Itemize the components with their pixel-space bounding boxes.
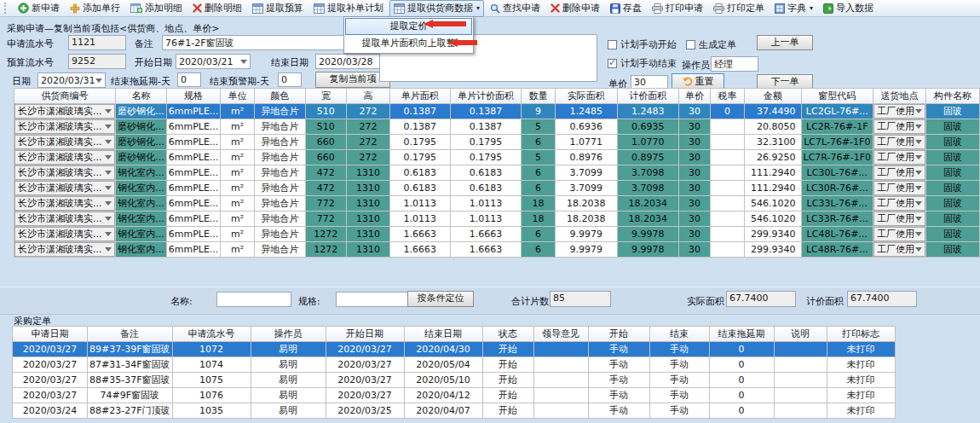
column-header[interactable]: 打印标志 — [827, 327, 895, 342]
warn-input[interactable]: 0 — [278, 72, 302, 87]
supplier-combo[interactable]: 长沙市潇湘玻璃实... — [14, 104, 115, 119]
import-data-button[interactable]: 导入数据 — [819, 0, 878, 17]
column-header[interactable]: 申请流水号 — [172, 327, 251, 342]
column-header[interactable]: 实际面积 — [555, 89, 617, 104]
column-header[interactable]: 单位 — [221, 89, 254, 104]
new-application-button[interactable]: 新申请 — [14, 0, 64, 17]
column-header[interactable]: 单价 — [678, 89, 711, 104]
table-cell: 工厂使用 — [873, 212, 926, 227]
column-header[interactable]: 操作员 — [251, 327, 326, 342]
delivery-location-combo[interactable]: 工厂使用 — [873, 196, 925, 211]
delivery-location-combo[interactable]: 工厂使用 — [873, 212, 925, 226]
detail-row[interactable]: 长沙市潇湘玻璃实...钢化室内...6mmPLE...m²异地合片4721310… — [14, 165, 980, 181]
column-header[interactable]: 领导意见 — [533, 327, 588, 342]
order-row[interactable]: 2020/03/2787#31-34F窗固玻1074易明2020/03/2720… — [13, 357, 896, 373]
column-header[interactable]: 计价面积 — [617, 89, 678, 104]
detail-row[interactable]: 长沙市潇湘玻璃实...钢化室内...6mmPLE...m²异地合片1272131… — [14, 242, 980, 258]
supplier-combo[interactable]: 长沙市潇湘玻璃实... — [14, 150, 115, 165]
column-header[interactable]: 说明 — [774, 327, 827, 342]
table-cell: 钢化室内... — [116, 212, 167, 227]
column-header[interactable]: 数量 — [522, 89, 555, 104]
column-header[interactable]: 单片面积 — [389, 89, 450, 104]
detail-row[interactable]: 长沙市潇湘玻璃实...磨砂钢化...6mmPLE...m²异地合片5102720… — [14, 119, 980, 135]
add-single-row-button[interactable]: 添加单行 — [66, 0, 124, 17]
filter-name-input[interactable] — [216, 292, 291, 307]
delivery-location-combo[interactable]: 工厂使用 — [873, 150, 925, 165]
delivery-location-combo[interactable]: 工厂使用 — [873, 181, 925, 195]
column-header[interactable]: 开始 — [588, 327, 649, 342]
checkbox-generate-order[interactable]: 生成定单 — [686, 38, 736, 50]
delete-application-button[interactable]: 删除申请 — [546, 0, 604, 17]
delete-detail-button[interactable]: 删除明细 — [188, 0, 246, 17]
column-header[interactable]: 单片计价面积 — [450, 89, 521, 104]
column-header[interactable]: 开始日期 — [326, 327, 404, 342]
column-header[interactable]: 高 — [347, 89, 389, 104]
start-date-combo[interactable]: 2020/03/21 — [176, 54, 251, 69]
save-button[interactable]: 存盘 — [606, 0, 646, 17]
table-cell: LC2R-76#-1F — [801, 119, 873, 135]
detail-row[interactable]: 长沙市潇湘玻璃实...钢化室内...6mmPLE...m²异地合片1272131… — [14, 227, 980, 242]
extract-budget-button[interactable]: 提取预算 — [248, 0, 308, 17]
detail-row[interactable]: 长沙市潇湘玻璃实...钢化室内...6mmPLE...m²异地合片7721310… — [14, 196, 980, 212]
delivery-location-combo[interactable]: 工厂使用 — [873, 119, 925, 134]
find-application-button[interactable]: 查找申请 — [486, 0, 545, 17]
supplier-combo[interactable]: 长沙市潇湘玻璃实... — [14, 242, 115, 257]
column-header[interactable]: 备注 — [88, 327, 173, 342]
supplier-combo[interactable]: 长沙市潇湘玻璃实... — [14, 181, 115, 195]
column-header[interactable]: 颜色 — [254, 89, 305, 104]
column-header[interactable]: 金额 — [744, 89, 801, 104]
extract-supplier-data-button[interactable]: 提取供货商数据▾ — [389, 0, 484, 17]
detail-row[interactable]: 长沙市潇湘玻璃实...磨砂钢化...6mmPLE...m²异地合片6602720… — [14, 150, 980, 165]
supplier-combo[interactable]: 长沙市潇湘玻璃实... — [14, 165, 115, 180]
column-header[interactable]: 结束日期 — [404, 327, 482, 342]
column-header[interactable]: 状态 — [482, 327, 533, 342]
order-row[interactable]: 2020/03/2774#9F窗固玻1076易明2020/03/272020/0… — [13, 388, 896, 403]
extract-supplement-plan-button[interactable]: 提取补单计划 — [309, 0, 388, 17]
date-combo[interactable]: 2020/03/31 — [37, 72, 106, 88]
detail-row[interactable]: 长沙市潇湘玻璃实...钢化室内...6mmPLE...m²异地合片7721310… — [14, 212, 980, 227]
column-header[interactable]: 构件名称 — [925, 89, 979, 104]
detail-row[interactable]: 长沙市潇湘玻璃实...钢化室内...6mmPLE...m²异地合片4721310… — [14, 181, 980, 196]
locate-by-condition-button[interactable]: 按条件定位 — [407, 291, 474, 307]
order-row[interactable]: 2020/03/2789#37-39F窗固玻1072易明2020/03/2720… — [13, 342, 896, 357]
add-detail-button[interactable]: 添加明细 — [126, 0, 187, 17]
supplier-combo[interactable]: 长沙市潇湘玻璃实... — [14, 212, 115, 226]
delivery-location-combo[interactable]: 工厂使用 — [873, 242, 925, 257]
column-header[interactable]: 结束 — [649, 327, 709, 342]
column-header[interactable]: 供货商编号 — [14, 89, 116, 104]
supplier-combo[interactable]: 长沙市潇湘玻璃实... — [14, 119, 115, 134]
table-cell: 299.9340 — [744, 242, 801, 258]
column-header[interactable]: 名称 — [116, 89, 167, 104]
checkbox-label: 计划手动结束 — [620, 57, 677, 70]
print-application-button[interactable]: 打印申请 — [648, 0, 707, 17]
column-header[interactable]: 申请日期 — [13, 327, 88, 342]
delivery-location-combo[interactable]: 工厂使用 — [873, 104, 925, 119]
previous-order-button[interactable]: 上一单 — [757, 35, 813, 50]
delivery-location-combo[interactable]: 工厂使用 — [873, 227, 925, 241]
delivery-location-combo[interactable]: 工厂使用 — [873, 135, 925, 149]
column-header[interactable]: 送货地点 — [873, 89, 926, 104]
dictionary-button[interactable]: 字典▾ — [770, 0, 817, 17]
table-cell: 工厂使用 — [873, 196, 926, 212]
column-header[interactable]: 税率 — [711, 89, 744, 104]
order-row[interactable]: 2020/03/2488#23-27F门顶玻1035易明2020/03/2520… — [13, 403, 896, 419]
supplier-combo[interactable]: 长沙市潇湘玻璃实... — [14, 227, 115, 241]
column-header[interactable]: 规格 — [166, 89, 221, 104]
order-row[interactable]: 2020/03/2788#35-37F窗固玻1075易明2020/03/2720… — [13, 373, 896, 388]
checkbox-plan-manual-start[interactable]: 计划手动开始 — [608, 38, 677, 50]
table-cell: m² — [221, 119, 254, 135]
checkbox-plan-manual-end[interactable]: 计划手动结束 — [608, 57, 677, 69]
detail-row[interactable]: 长沙市潇湘玻璃实...磨砂钢化...6mmPLE...m²异地合片6602720… — [14, 135, 980, 150]
supplier-combo[interactable]: 长沙市潇湘玻璃实... — [14, 135, 115, 149]
delay-input[interactable]: 0 — [177, 72, 201, 87]
column-header[interactable]: 结束拖延期 — [709, 327, 774, 342]
detail-row[interactable]: 长沙市潇湘玻璃实...磨砂钢化...6mmPLE...m²异地合片5102720… — [14, 104, 980, 119]
operator-input[interactable]: 经理 — [711, 56, 758, 72]
supplier-combo[interactable]: 长沙市潇湘玻璃实... — [14, 196, 115, 211]
delivery-location-combo[interactable]: 工厂使用 — [873, 165, 925, 180]
column-header[interactable]: 宽 — [305, 89, 347, 104]
print-order-button[interactable]: 打印定单 — [709, 0, 769, 17]
column-header[interactable]: 窗型代码 — [801, 89, 873, 104]
filter-spec-input[interactable] — [336, 292, 411, 307]
remark-input[interactable]: 76#1-2F窗固玻 — [162, 35, 366, 50]
